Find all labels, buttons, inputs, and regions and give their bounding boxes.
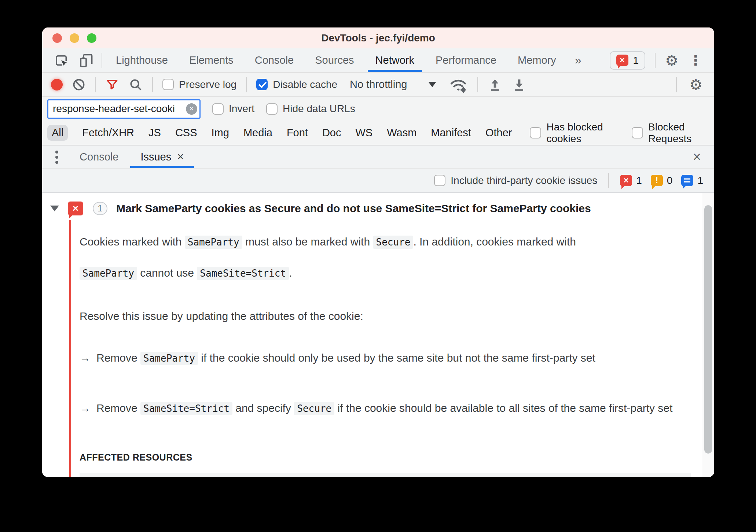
filter-wasm[interactable]: Wasm xyxy=(387,127,416,139)
tab-console[interactable]: Console xyxy=(244,48,304,72)
export-har-icon[interactable] xyxy=(512,77,526,92)
preserve-log-toggle[interactable]: Preserve log xyxy=(162,79,236,90)
clear-filter-icon[interactable]: × xyxy=(186,103,197,115)
scrollbar-track[interactable] xyxy=(702,193,714,477)
filter-doc[interactable]: Doc xyxy=(322,127,341,139)
network-conditions-icon[interactable] xyxy=(449,77,468,93)
inspect-element-button[interactable] xyxy=(49,53,74,68)
divider xyxy=(102,53,102,68)
close-window-button[interactable] xyxy=(52,33,62,43)
divider xyxy=(676,77,677,92)
device-toolbar-button[interactable] xyxy=(74,52,99,69)
search-icon[interactable] xyxy=(129,78,143,92)
resolution-step: →Remove SameSite=Strict and specify Secu… xyxy=(80,394,691,423)
open-issues-button[interactable]: × 1 xyxy=(610,51,646,70)
drawer-tab-issues[interactable]: Issues × xyxy=(129,145,195,168)
hide-data-urls-toggle[interactable]: Hide data URLs xyxy=(266,103,355,115)
issue-resolution-intro: Resolve this issue by updating the attri… xyxy=(80,310,691,322)
disable-cache-checkbox[interactable] xyxy=(256,79,268,90)
kebab-menu-icon[interactable]: ⋮ xyxy=(684,52,707,69)
zoom-window-button[interactable] xyxy=(87,33,96,43)
issue-body: Cookies marked with SameParty must also … xyxy=(80,226,691,477)
minimize-window-button[interactable] xyxy=(70,33,79,43)
traffic-lights xyxy=(52,27,96,48)
record-network-log-button[interactable] xyxy=(51,79,63,90)
drawer-tab-bar: Console Issues × × xyxy=(42,145,714,169)
message-bubble-icon xyxy=(681,175,693,186)
divider xyxy=(246,77,247,92)
more-tabs-button[interactable]: » xyxy=(567,48,590,72)
filter-icon[interactable] xyxy=(105,78,119,92)
resolution-step: →Remove SameParty if the cookie should o… xyxy=(80,344,691,373)
blocked-requests-label: Blocked Requests xyxy=(648,121,707,145)
issues-panel: × 1 Mark SameParty cookies as Secure and… xyxy=(42,193,714,477)
tab-sources[interactable]: Sources xyxy=(304,48,364,72)
close-drawer-icon[interactable]: × xyxy=(688,149,706,165)
tab-memory[interactable]: Memory xyxy=(507,48,567,72)
tab-lighthouse[interactable]: Lighthouse xyxy=(105,48,179,72)
blocked-requests-checkbox[interactable] xyxy=(632,127,643,138)
tab-elements[interactable]: Elements xyxy=(179,48,244,72)
scrollbar-thumb[interactable] xyxy=(704,205,712,454)
disable-cache-toggle[interactable]: Disable cache xyxy=(256,79,337,90)
filter-css[interactable]: CSS xyxy=(175,127,197,139)
filter-all[interactable]: All xyxy=(47,125,68,141)
close-issues-tab-icon[interactable]: × xyxy=(177,150,184,163)
filter-input[interactable] xyxy=(47,99,201,119)
preserve-log-checkbox[interactable] xyxy=(162,79,174,90)
filter-media[interactable]: Media xyxy=(243,127,272,139)
drawer-kebab-menu-icon[interactable] xyxy=(55,151,58,154)
divider xyxy=(152,77,153,92)
preserve-log-label: Preserve log xyxy=(179,79,236,90)
affected-resources-heading: AFFECTED RESOURCES xyxy=(80,452,691,463)
hide-data-urls-checkbox[interactable] xyxy=(266,103,278,115)
throttling-value: No throttling xyxy=(350,78,407,90)
divider xyxy=(477,77,478,92)
network-settings-gear-icon[interactable]: ⚙ xyxy=(686,76,705,93)
settings-gear-icon[interactable]: ⚙ xyxy=(659,52,684,69)
include-third-party-toggle[interactable]: Include third-party cookie issues xyxy=(434,175,597,186)
error-bubble-icon: × xyxy=(616,55,628,66)
collapse-issue-icon[interactable] xyxy=(50,206,59,211)
network-filter-row: × Invert Hide data URLs xyxy=(42,97,714,121)
filter-input-wrap: × xyxy=(47,99,201,119)
blocked-requests-toggle[interactable]: Blocked Requests xyxy=(632,121,707,145)
tab-performance[interactable]: Performance xyxy=(425,48,507,72)
invert-toggle[interactable]: Invert xyxy=(212,103,254,115)
divider xyxy=(95,77,96,92)
error-count-badge: × 1 xyxy=(620,175,642,186)
affected-resources-box: 1 Raw Set-Cookie header Foo2=bar2;SamePa… xyxy=(80,473,691,477)
tab-network[interactable]: Network xyxy=(365,48,425,72)
record-icon xyxy=(51,79,63,90)
filter-img[interactable]: Img xyxy=(212,127,229,139)
invert-checkbox[interactable] xyxy=(212,103,224,115)
network-toolbar: Preserve log Disable cache No throttling xyxy=(42,73,714,97)
import-har-icon[interactable] xyxy=(488,77,502,92)
warning-bubble-icon: ! xyxy=(651,175,663,186)
issues-tab-label: Issues xyxy=(140,151,171,163)
include-third-party-checkbox[interactable] xyxy=(434,175,445,186)
arrow-icon: → xyxy=(80,402,91,414)
throttling-select[interactable]: No throttling xyxy=(347,78,439,90)
error-bubble-icon: × xyxy=(620,175,632,186)
filter-font[interactable]: Font xyxy=(287,127,308,139)
window-title: DevTools - jec.fyi/demo xyxy=(321,32,435,44)
devtools-window: DevTools - jec.fyi/demo Lighthouse Eleme… xyxy=(42,27,714,477)
filter-js[interactable]: JS xyxy=(148,127,161,139)
filter-manifest[interactable]: Manifest xyxy=(431,127,471,139)
issues-toolbar: Include third-party cookie issues × 1 ! … xyxy=(42,169,714,193)
filter-fetch-xhr[interactable]: Fetch/XHR xyxy=(82,127,134,139)
console-tab-label: Console xyxy=(80,151,118,163)
issue-count-badge: 1 xyxy=(93,202,107,215)
filter-other[interactable]: Other xyxy=(485,127,512,139)
issue-header[interactable]: × 1 Mark SameParty cookies as Secure and… xyxy=(42,193,714,215)
has-blocked-cookies-checkbox[interactable] xyxy=(530,127,541,138)
clear-network-log-button[interactable] xyxy=(72,78,85,91)
divider xyxy=(655,53,656,68)
drawer-tab-console[interactable]: Console xyxy=(69,145,129,168)
issue-description: Cookies marked with SameParty must also … xyxy=(80,226,626,289)
has-blocked-cookies-toggle[interactable]: Has blocked cookies xyxy=(530,121,614,145)
error-bubble-icon: × xyxy=(68,202,83,215)
filter-ws[interactable]: WS xyxy=(356,127,373,139)
info-count-badge: 1 xyxy=(681,175,703,186)
